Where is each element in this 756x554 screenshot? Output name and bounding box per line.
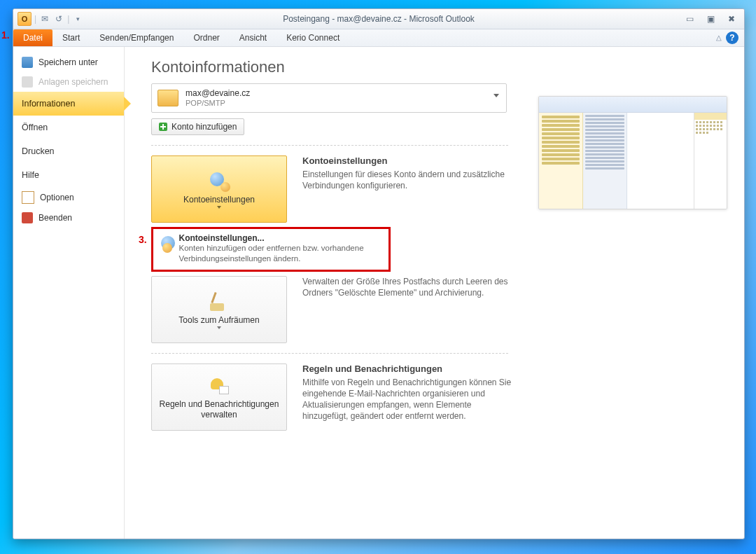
sidebar-item-label: Drucken	[22, 146, 55, 156]
rules-label: Regeln und Benachrichtigungen verwalten	[156, 399, 282, 420]
cleanup-label: Tools zum Aufräumen	[178, 315, 259, 325]
sidebar-save-attachments: Anlagen speichern	[13, 72, 124, 92]
attachment-icon	[22, 76, 33, 88]
maximize-button[interactable]: ▣	[705, 13, 716, 25]
sidebar-item-label: Speichern unter	[38, 57, 98, 67]
add-account-label: Konto hinzufügen	[172, 122, 237, 132]
outlook-window: O | ✉ ↺ | ▾ Posteingang - max@devaine.cz…	[13, 8, 745, 539]
ribbon-tabs: Datei Start Senden/Empfangen Ordner Ansi…	[13, 29, 744, 47]
sidebar-item-label: Informationen	[22, 99, 75, 109]
account-settings-label: Kontoeinstellungen	[183, 195, 255, 205]
popover-desc: Konten hinzufügen oder entfernen bzw. vo…	[179, 243, 384, 264]
tab-datei[interactable]: Datei	[13, 29, 52, 46]
cleanup-desc: Verwalten der Größe Ihres Postfachs durc…	[302, 276, 512, 298]
qat-customize-icon[interactable]: ▾	[72, 13, 83, 25]
chevron-down-icon	[493, 94, 499, 97]
sidebar-item-label: Anlagen speichern	[38, 77, 108, 87]
quick-access-toolbar: O | ✉ ↺ | ▾	[13, 12, 88, 26]
tab-ansicht[interactable]: Ansicht	[230, 29, 276, 46]
account-settings-menu-icon	[159, 233, 172, 253]
sidebar-item-label: Öffnen	[22, 123, 48, 132]
tab-start[interactable]: Start	[52, 29, 90, 46]
rules-icon	[208, 374, 230, 396]
annotation-1: 1.	[1, 29, 10, 41]
chevron-down-icon	[217, 206, 221, 209]
sidebar-item-label: Optionen	[40, 193, 74, 202]
plus-icon	[159, 123, 167, 131]
sidebar-save-as[interactable]: Speichern unter	[13, 53, 124, 72]
outlook-app-icon: O	[18, 12, 31, 26]
account-settings-heading: Kontoeinstellungen	[302, 155, 512, 166]
backstage-content: Kontoinformationen max@devaine.cz POP/SM…	[125, 47, 744, 539]
add-account-button[interactable]: Konto hinzufügen	[151, 118, 244, 135]
options-icon	[22, 191, 34, 204]
divider	[151, 145, 508, 146]
title-bar: O | ✉ ↺ | ▾ Posteingang - max@devaine.cz…	[13, 9, 744, 29]
manage-rules-button[interactable]: Regeln und Benachrichtigungen verwalten	[151, 363, 287, 431]
tab-kerio-connect[interactable]: Kerio Connect	[276, 29, 349, 46]
sidebar-informationen[interactable]: Informationen	[13, 92, 124, 116]
undo-qat-icon[interactable]: ↺	[53, 13, 64, 25]
collapse-ribbon-icon[interactable]: △	[716, 34, 722, 41]
account-type: POP/SMTP	[186, 99, 250, 108]
annotation-3: 3.	[139, 234, 147, 245]
exit-icon	[22, 212, 33, 223]
rules-heading: Regeln und Benachrichtigungen	[302, 363, 512, 374]
tab-ordner[interactable]: Ordner	[183, 29, 229, 46]
cleanup-icon	[208, 290, 230, 312]
save-icon	[22, 57, 33, 68]
rules-desc: Mithilfe von Regeln und Benachrichtigung…	[302, 377, 512, 422]
sidebar-beenden[interactable]: Beenden	[13, 208, 124, 228]
backstage-sidebar: Speichern unter Anlagen speichern Inform…	[13, 47, 125, 539]
divider	[151, 353, 508, 354]
account-selector-dropdown[interactable]: max@devaine.cz POP/SMTP	[151, 83, 507, 113]
sidebar-optionen[interactable]: Optionen	[13, 187, 124, 208]
tab-senden-empfangen[interactable]: Senden/Empfangen	[90, 29, 183, 46]
account-email: max@devaine.cz	[186, 88, 250, 98]
cleanup-tools-button[interactable]: Tools zum Aufräumen	[151, 276, 287, 343]
chevron-down-icon	[217, 326, 221, 329]
sidebar-drucken[interactable]: Drucken	[13, 139, 124, 163]
account-settings-desc: Einstellungen für dieses Konto ändern un…	[302, 169, 512, 191]
account-settings-icon	[208, 169, 230, 192]
close-button[interactable]: ✖	[726, 13, 737, 25]
help-icon[interactable]: ?	[726, 32, 738, 44]
window-title: Posteingang - max@devaine.cz - Microsoft…	[13, 9, 744, 29]
sidebar-item-label: Beenden	[38, 213, 72, 223]
page-title: Kontoinformationen	[151, 58, 727, 76]
sidebar-hilfe[interactable]: Hilfe	[13, 163, 124, 187]
sidebar-oeffnen[interactable]: Öffnen	[13, 116, 124, 139]
minimize-button[interactable]: ▭	[684, 13, 695, 25]
send-receive-qat-icon[interactable]: ✉	[39, 13, 50, 25]
sidebar-item-label: Hilfe	[22, 170, 39, 180]
account-settings-button[interactable]: Kontoeinstellungen	[151, 155, 287, 223]
popover-title: Kontoeinstellungen...	[179, 233, 384, 243]
account-folder-icon	[158, 90, 178, 106]
mailbox-preview-thumbnail	[538, 96, 727, 209]
account-settings-menu-item[interactable]: Kontoeinstellungen... Konten hinzufügen …	[151, 227, 391, 272]
